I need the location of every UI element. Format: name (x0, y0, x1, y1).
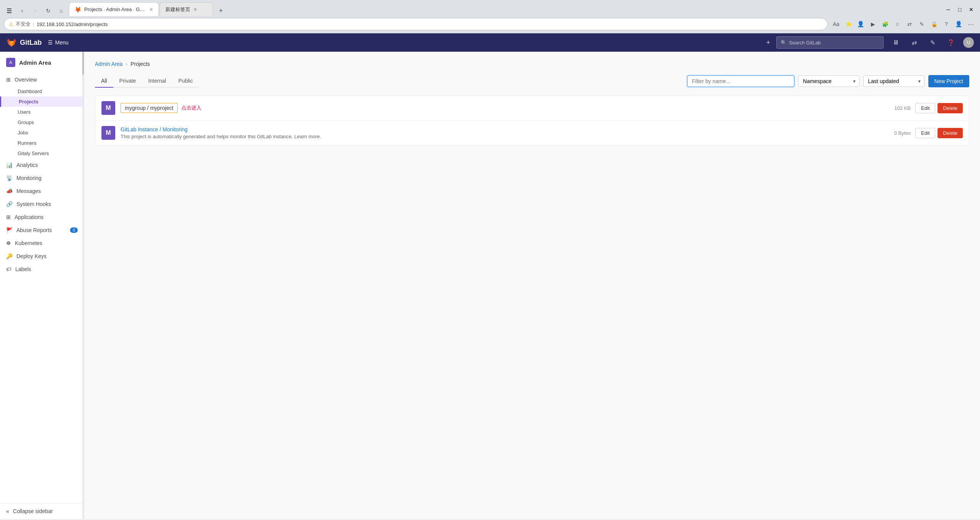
browser-action-2[interactable]: ⭐ (843, 19, 854, 29)
nav-search-box[interactable]: 🔍 Search GitLab (776, 36, 884, 49)
tab-private[interactable]: Private (113, 75, 142, 88)
project-name-box[interactable]: mygroup / myproject (121, 103, 178, 113)
tab-pills: All Private Internal Public (95, 75, 199, 88)
sidebar-item-kubernetes[interactable]: ☸ Kubernetes (0, 237, 84, 250)
sidebar-item-applications[interactable]: ⊞ Applications (0, 211, 84, 224)
tab-close-icon[interactable]: ✕ (149, 7, 153, 12)
analytics-icon: 📊 (6, 162, 13, 168)
security-warning-icon: ⚠ (9, 21, 13, 27)
project-info: mygroup / myproject 点击进入 (121, 103, 201, 113)
sidebar-sub-jobs[interactable]: Jobs (0, 128, 84, 138)
tab-active[interactable]: 🦊 Projects · Admin Area · GitLab ✕ (69, 2, 159, 16)
browser-back-btn[interactable]: ‹ (17, 5, 28, 16)
tab-inactive[interactable]: 新建标签页 ✕ (160, 2, 213, 16)
collapse-label: Collapse sidebar (13, 508, 53, 514)
gitaly-servers-label: Gitaly Servers (18, 150, 49, 156)
namespace-select[interactable]: Namespace (798, 75, 859, 87)
sidebar-item-analytics[interactable]: 📊 Analytics (0, 159, 84, 172)
browser-action-share[interactable]: ⇄ (904, 19, 915, 29)
browser-minimize-btn[interactable]: ─ (943, 5, 953, 15)
breadcrumb-separator: › (126, 61, 127, 67)
projects-label: Projects (19, 99, 38, 105)
top-nav: GitLab ☰ Menu + 🔍 Search GitLab 🖥 ⇄ ✎ ❓ … (0, 33, 980, 52)
browser-sidebar-btn[interactable]: ☰ (4, 5, 15, 16)
table-row: M GitLab Instance / Monitoring This proj… (95, 121, 969, 145)
browser-close-btn[interactable]: ✕ (966, 5, 976, 15)
monitoring-icon: 📡 (6, 175, 13, 181)
browser-action-help[interactable]: ? (941, 19, 952, 29)
tab-public[interactable]: Public (172, 75, 199, 88)
sidebar-sub-projects[interactable]: Projects (0, 96, 84, 107)
nav-avatar[interactable]: U (963, 37, 974, 48)
browser-home-btn[interactable]: ⌂ (56, 5, 67, 16)
new-project-btn[interactable]: New Project (928, 75, 969, 87)
gitlab-logo[interactable]: GitLab (6, 37, 42, 48)
labels-label: Labels (15, 266, 31, 272)
browser-forward-btn[interactable]: › (30, 5, 41, 16)
new-tab-btn[interactable]: + (216, 5, 226, 16)
labels-icon: 🏷 (6, 266, 11, 272)
browser-action-1[interactable]: Aa (831, 19, 841, 29)
create-btn[interactable]: + (766, 39, 770, 47)
sidebar-item-deploy-keys[interactable]: 🔑 Deploy Keys (0, 250, 84, 263)
project-annotation: 点击进入 (181, 105, 201, 111)
browser-action-shield[interactable]: 🔒 (929, 19, 939, 29)
sort-select[interactable]: Last updated (863, 75, 924, 87)
project2-delete-btn[interactable]: Delete (938, 128, 963, 138)
jobs-label: Jobs (18, 130, 28, 136)
monitoring-label: Monitoring (16, 175, 41, 181)
applications-icon: ⊞ (6, 214, 11, 220)
nav-icon-monitor[interactable]: 🖥 (890, 36, 902, 49)
tab-internal[interactable]: Internal (142, 75, 172, 88)
browser-action-ext[interactable]: 🧩 (880, 19, 890, 29)
browser-action-edit[interactable]: ✎ (916, 19, 927, 29)
project-list: M mygroup / myproject 点击进入 102 KB (95, 95, 969, 146)
browser-maximize-btn[interactable]: □ (955, 5, 965, 15)
collapse-sidebar-btn[interactable]: « Collapse sidebar (0, 504, 84, 519)
browser-reload-btn[interactable]: ↻ (43, 5, 54, 16)
tab-favicon: 🦊 (75, 7, 81, 13)
sidebar-item-labels[interactable]: 🏷 Labels (0, 263, 84, 276)
sidebar-item-system-hooks[interactable]: 🔗 System Hooks (0, 198, 84, 211)
project-meta: 102 KB Edit Delete (894, 103, 963, 113)
admin-area-icon: A (6, 58, 15, 67)
content-area: Admin Area › Projects All Private Intern… (84, 52, 980, 519)
system-hooks-icon: 🔗 (6, 201, 13, 207)
browser-action-play[interactable]: ▶ (867, 19, 878, 29)
menu-toggle-btn[interactable]: ☰ Menu (48, 39, 69, 46)
sidebar-sub-users[interactable]: Users (0, 107, 84, 117)
project2-name[interactable]: GitLab Instance / Monitoring (121, 126, 321, 132)
sidebar-item-abuse-reports[interactable]: 🚩 Abuse Reports 0 (0, 224, 84, 237)
address-text: 192.168.100.152/admin/projects (36, 21, 108, 27)
filter-name-input[interactable] (687, 75, 794, 87)
hamburger-icon: ☰ (48, 39, 53, 46)
project2-size: 0 Bytes (894, 130, 911, 136)
project2-edit-btn[interactable]: Edit (915, 128, 935, 138)
sidebar-item-overview[interactable]: ⊞ Overview (0, 73, 84, 86)
nav-icon-merge[interactable]: ⇄ (908, 36, 920, 49)
abuse-reports-icon: 🚩 (6, 227, 13, 233)
sidebar-item-monitoring[interactable]: 📡 Monitoring (0, 172, 84, 185)
groups-label: Groups (18, 119, 34, 125)
tab2-close-icon[interactable]: ✕ (193, 7, 197, 12)
abuse-reports-label: Abuse Reports (16, 227, 52, 233)
sidebar-sub-runners[interactable]: Runners (0, 138, 84, 148)
sidebar-sub-groups[interactable]: Groups (0, 117, 84, 128)
sidebar-sub-gitaly[interactable]: Gitaly Servers (0, 148, 84, 159)
nav-icon-help[interactable]: ❓ (945, 36, 957, 49)
tab-all[interactable]: All (95, 75, 113, 88)
project-delete-btn[interactable]: Delete (938, 103, 963, 113)
browser-more-btn[interactable]: ⋯ (965, 19, 976, 29)
messages-label: Messages (16, 188, 41, 194)
menu-label: Menu (55, 39, 69, 46)
browser-profile-btn[interactable]: 👤 (953, 19, 964, 29)
project-edit-btn[interactable]: Edit (915, 103, 935, 113)
sidebar-item-messages[interactable]: 📣 Messages (0, 185, 84, 198)
browser-action-3[interactable]: 👤 (855, 19, 866, 29)
browser-action-fav[interactable]: ☆ (892, 19, 903, 29)
nav-icon-issues[interactable]: ✎ (926, 36, 939, 49)
security-label: 不安全 (16, 21, 31, 28)
sidebar-sub-dashboard[interactable]: Dashboard (0, 86, 84, 96)
breadcrumb-admin-area-link[interactable]: Admin Area (95, 61, 122, 67)
address-bar[interactable]: ⚠ 不安全 | 192.168.100.152/admin/projects (4, 18, 828, 30)
